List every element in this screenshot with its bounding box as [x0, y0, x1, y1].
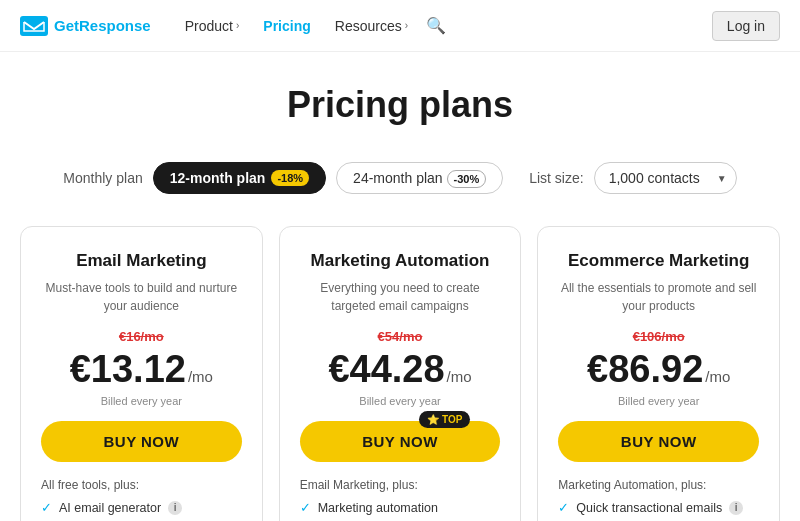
check-icon: ✓	[41, 500, 52, 515]
price-value: €13.12	[70, 348, 186, 391]
chevron-icon: ›	[405, 20, 408, 31]
check-icon: ✓	[300, 500, 311, 515]
card-desc: All the essentials to promote and sell y…	[558, 279, 759, 315]
pricing-card-0: Email Marketing Must-have tools to build…	[20, 226, 263, 521]
per-mo: /mo	[447, 368, 472, 385]
top-badge: ⭐ TOP	[419, 411, 470, 428]
nav-resources[interactable]: Resources ›	[325, 12, 418, 40]
per-mo: /mo	[188, 368, 213, 385]
search-icon[interactable]: 🔍	[426, 16, 446, 35]
features-header: All free tools, plus:	[41, 478, 242, 492]
feature-list: ✓ Marketing automation ✓ Event-based aut…	[300, 500, 501, 521]
buy-now-button[interactable]: BUY NOW	[41, 421, 242, 462]
buy-btn-wrapper: ⭐ TOP BUY NOW	[300, 421, 501, 462]
monthly-plan-label: Monthly plan	[63, 170, 142, 186]
card-title: Marketing Automation	[300, 251, 501, 271]
12-month-plan-button[interactable]: 12-month plan -18%	[153, 162, 326, 194]
original-price: €106/mo	[558, 329, 759, 344]
24-month-discount-badge: -30%	[447, 170, 487, 188]
billed-note: Billed every year	[41, 395, 242, 407]
feature-item: ✓ Quick transactional emails i	[558, 500, 759, 515]
buy-btn-wrapper: BUY NOW	[41, 421, 242, 462]
feature-list: ✓ AI email generator i ✓ Unlimited newsl…	[41, 500, 242, 521]
per-mo: /mo	[705, 368, 730, 385]
feature-text: Marketing automation	[318, 501, 438, 515]
feature-text: Quick transactional emails	[576, 501, 722, 515]
nav-pricing[interactable]: Pricing	[253, 12, 320, 40]
feature-item: ✓ Marketing automation	[300, 500, 501, 515]
card-price: €13.12 /mo	[41, 348, 242, 391]
features-header: Email Marketing, plus:	[300, 478, 501, 492]
24-month-plan-button[interactable]: 24-month plan -30%	[336, 162, 503, 194]
feature-text: AI email generator	[59, 501, 161, 515]
card-desc: Everything you need to create targeted e…	[300, 279, 501, 315]
logo-text: GetResponse	[54, 17, 151, 34]
hero-section: Pricing plans	[0, 52, 800, 146]
card-title: Email Marketing	[41, 251, 242, 271]
login-button[interactable]: Log in	[712, 11, 780, 41]
pricing-card-2: Ecommerce Marketing All the essentials t…	[537, 226, 780, 521]
buy-now-button[interactable]: BUY NOW	[300, 421, 501, 462]
feature-item: ✓ AI email generator i	[41, 500, 242, 515]
pricing-card-1: Marketing Automation Everything you need…	[279, 226, 522, 521]
list-size-wrapper: 1,000 contacts 2,500 contacts 5,000 cont…	[594, 162, 737, 194]
list-size-label: List size:	[529, 170, 583, 186]
page-title: Pricing plans	[20, 84, 780, 126]
card-title: Ecommerce Marketing	[558, 251, 759, 271]
plan-toggle-section: Monthly plan 12-month plan -18% 24-month…	[0, 146, 800, 210]
original-price: €16/mo	[41, 329, 242, 344]
billed-note: Billed every year	[300, 395, 501, 407]
12-month-discount-badge: -18%	[271, 170, 309, 186]
billed-note: Billed every year	[558, 395, 759, 407]
feature-list: ✓ Quick transactional emails i ✓ Ecommer…	[558, 500, 759, 521]
card-desc: Must-have tools to build and nurture you…	[41, 279, 242, 315]
info-icon[interactable]: i	[168, 501, 182, 515]
card-price: €44.28 /mo	[300, 348, 501, 391]
list-size-select[interactable]: 1,000 contacts 2,500 contacts 5,000 cont…	[594, 162, 737, 194]
logo[interactable]: GetResponse	[20, 16, 151, 36]
check-icon: ✓	[558, 500, 569, 515]
price-value: €86.92	[587, 348, 703, 391]
logo-icon	[20, 16, 48, 36]
features-header: Marketing Automation, plus:	[558, 478, 759, 492]
buy-now-button[interactable]: BUY NOW	[558, 421, 759, 462]
price-value: €44.28	[328, 348, 444, 391]
info-icon[interactable]: i	[729, 501, 743, 515]
chevron-icon: ›	[236, 20, 239, 31]
pricing-cards: Email Marketing Must-have tools to build…	[0, 210, 800, 521]
nav-links: Product › Pricing Resources › 🔍	[175, 12, 712, 40]
original-price: €54/mo	[300, 329, 501, 344]
nav-product[interactable]: Product ›	[175, 12, 250, 40]
buy-btn-wrapper: BUY NOW	[558, 421, 759, 462]
card-price: €86.92 /mo	[558, 348, 759, 391]
